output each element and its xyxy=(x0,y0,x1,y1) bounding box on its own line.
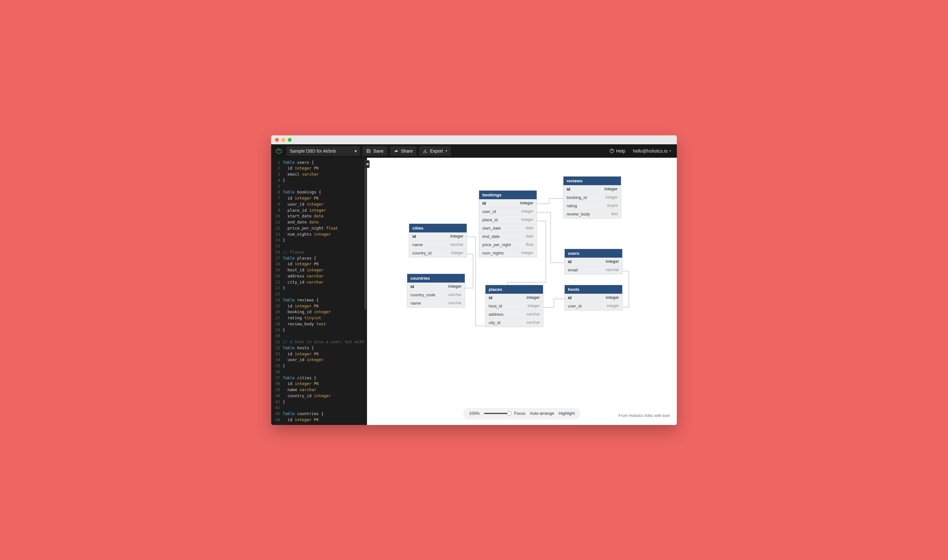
column-type: varchar xyxy=(448,292,462,297)
export-label: Export xyxy=(430,148,443,154)
export-button[interactable]: Export ▾ xyxy=(419,146,451,156)
table-places[interactable]: places idintegerhost_idintegeraddressvar… xyxy=(485,285,543,327)
column-type: integer xyxy=(451,251,464,255)
save-button[interactable]: Save xyxy=(362,146,387,156)
table-column[interactable]: ratingtinyint xyxy=(563,202,621,210)
table-column[interactable]: user_idinteger xyxy=(565,302,622,310)
help-icon xyxy=(609,148,614,153)
column-name: id xyxy=(568,259,572,264)
table-column[interactable]: price_per_nightfloat xyxy=(479,240,536,249)
table-column[interactable]: host_idinteger xyxy=(486,302,543,310)
column-name: review_body xyxy=(567,212,590,217)
column-type: tinyint xyxy=(607,203,618,208)
chevron-down-icon: ▾ xyxy=(445,149,447,152)
table-column[interactable]: idinteger xyxy=(565,258,622,266)
column-type: varchar xyxy=(450,242,464,247)
column-name: id xyxy=(410,284,414,289)
column-type: float xyxy=(526,242,533,247)
editor-gutter: 1234567891011121314151617181920212223242… xyxy=(271,160,283,423)
column-name: user_id xyxy=(482,209,496,214)
diagram-canvas[interactable]: cities idintegernamevarcharcountry_idint… xyxy=(367,158,677,425)
app-toolbar: Sample DBD for Airbnb ▾ Save Share Expor… xyxy=(271,144,677,158)
table-header: hosts xyxy=(565,285,622,294)
highlight-button[interactable]: Highlight xyxy=(559,411,575,416)
auto-arrange-button[interactable]: Auto-arrange xyxy=(530,411,554,416)
table-column[interactable]: booking_idinteger xyxy=(563,193,621,202)
column-name: email xyxy=(568,268,578,272)
table-column[interactable]: addressvarchar xyxy=(486,310,543,318)
column-type: integer xyxy=(604,187,618,192)
column-type: varchar xyxy=(526,320,540,325)
table-column[interactable]: idinteger xyxy=(565,294,622,302)
column-type: integer xyxy=(521,209,533,214)
download-icon xyxy=(423,149,427,153)
table-column[interactable]: user_idinteger xyxy=(479,207,536,215)
save-label: Save xyxy=(373,148,384,154)
canvas-controls: 100% Focus Auto-arrange Highlight xyxy=(463,408,580,419)
table-countries[interactable]: countries idintegercountry_codevarcharna… xyxy=(407,274,465,308)
window-close-button[interactable] xyxy=(275,138,279,142)
zoom-slider-knob[interactable] xyxy=(507,411,512,416)
table-hosts[interactable]: hosts idintegeruser_idinteger xyxy=(564,285,623,310)
table-bookings[interactable]: bookings idintegeruser_idintegerplace_id… xyxy=(479,190,537,257)
table-column[interactable]: idinteger xyxy=(479,199,536,207)
column-type: integer xyxy=(606,259,619,264)
share-button[interactable]: Share xyxy=(390,146,416,156)
table-column[interactable]: idinteger xyxy=(563,185,621,193)
column-type: varchar xyxy=(448,301,462,306)
document-select[interactable]: Sample DBD for Airbnb ▾ xyxy=(287,146,360,156)
table-header: users xyxy=(565,249,622,258)
panel-collapse-button[interactable]: ◀ xyxy=(364,160,370,168)
table-cities[interactable]: cities idintegernamevarcharcountry_idint… xyxy=(409,223,467,257)
user-menu[interactable]: hello@holistics.io ▾ xyxy=(630,148,674,154)
table-column[interactable]: country_idinteger xyxy=(409,249,467,257)
table-column[interactable]: end_datedate xyxy=(479,232,536,240)
column-type: varchar xyxy=(526,312,540,317)
table-header: cities xyxy=(409,224,467,232)
column-name: address xyxy=(489,312,503,317)
column-name: city_id xyxy=(489,320,501,325)
table-header: countries xyxy=(407,274,465,283)
table-column[interactable]: emailvarchar xyxy=(565,266,622,274)
focus-button[interactable]: Focus xyxy=(514,411,526,416)
editor-scrollbar[interactable] xyxy=(364,160,366,310)
window-maximize-button[interactable] xyxy=(288,138,291,142)
column-type: integer xyxy=(521,217,533,222)
table-column[interactable]: review_bodytext xyxy=(563,210,621,218)
column-type: date xyxy=(526,226,533,231)
save-icon xyxy=(366,149,371,153)
window-minimize-button[interactable] xyxy=(281,138,285,142)
column-name: end_date xyxy=(482,234,499,239)
column-name: country_id xyxy=(412,251,432,255)
column-type: integer xyxy=(448,284,462,289)
column-name: price_per_night xyxy=(482,242,511,247)
table-column[interactable]: city_idvarchar xyxy=(486,318,543,327)
document-title: Sample DBD for Airbnb xyxy=(290,148,336,154)
table-column[interactable]: country_codevarchar xyxy=(407,291,465,299)
table-column[interactable]: namevarchar xyxy=(409,240,467,249)
app-logo-icon xyxy=(275,147,283,155)
column-type: integer xyxy=(520,201,533,206)
column-name: place_id xyxy=(482,217,498,222)
table-column[interactable]: num_nightsinteger xyxy=(479,249,536,257)
table-column[interactable]: idinteger xyxy=(407,283,465,291)
table-column[interactable]: place_idinteger xyxy=(479,215,536,224)
table-column[interactable]: idinteger xyxy=(409,232,467,240)
table-column[interactable]: namevarchar xyxy=(407,299,465,307)
table-column[interactable]: idinteger xyxy=(486,294,543,302)
help-button[interactable]: Help xyxy=(607,148,628,154)
table-header: places xyxy=(486,285,543,294)
share-label: Share xyxy=(401,148,413,154)
zoom-level: 100% xyxy=(469,411,479,416)
column-type: integer xyxy=(606,195,618,200)
table-header: reviews xyxy=(563,177,621,185)
zoom-slider[interactable] xyxy=(484,413,510,414)
table-users[interactable]: users idintegeremailvarchar xyxy=(564,249,623,274)
table-header: bookings xyxy=(479,191,536,199)
table-reviews[interactable]: reviews idintegerbooking_idintegerrating… xyxy=(563,176,621,218)
column-name: name xyxy=(410,301,421,306)
column-name: user_id xyxy=(568,304,582,308)
code-editor[interactable]: 1234567891011121314151617181920212223242… xyxy=(271,158,367,425)
editor-code[interactable]: Table users { id integer PK email varcha… xyxy=(283,160,367,423)
table-column[interactable]: start_datedate xyxy=(479,224,536,232)
